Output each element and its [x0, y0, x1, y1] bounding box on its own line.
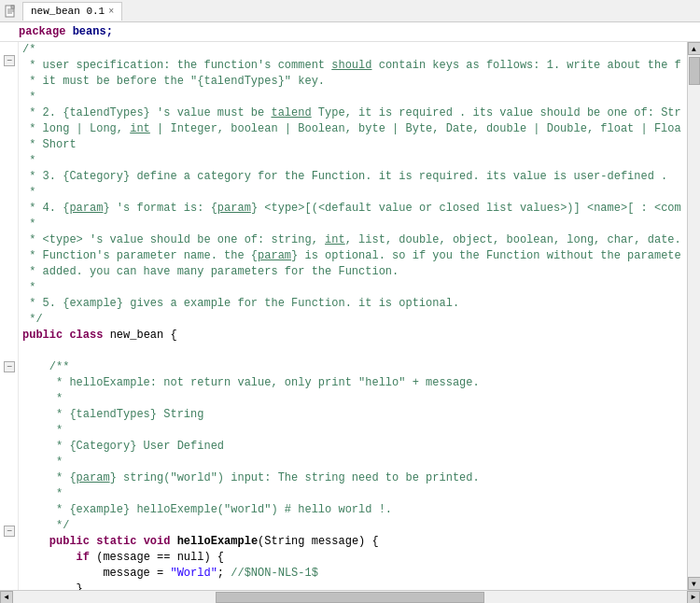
scroll-right-button[interactable]: ► — [687, 591, 700, 604]
line-text: /** — [19, 359, 69, 375]
package-line: package beans; — [0, 22, 700, 42]
code-line: * {talendTypes} String — [19, 407, 687, 423]
line-text: * helloExample: not return value, only p… — [19, 375, 480, 391]
editor-tab[interactable]: new_bean 0.1 × — [22, 2, 122, 21]
code-line: /* — [19, 42, 687, 58]
line-text: public static void helloExample(String m… — [19, 534, 379, 550]
line-text: * — [19, 455, 63, 470]
code-line: * — [19, 423, 687, 439]
code-line: * added. you can have many parameters fo… — [19, 264, 687, 280]
line-text: * user specification: the function's com… — [19, 58, 681, 74]
line-text: * {example} helloExemple("world") # hell… — [19, 502, 392, 518]
scroll-thumb[interactable] — [689, 57, 700, 85]
line-text: message = "World"; //$NON-NLS-1$ — [19, 566, 318, 582]
code-line: */ — [19, 312, 687, 328]
code-line: * it must be before the "{talendTypes}" … — [19, 74, 687, 90]
line-text: * it must be before the "{talendTypes}" … — [19, 74, 325, 90]
code-line: * — [19, 90, 687, 105]
line-text: * — [19, 185, 35, 201]
code-line: * 5. {example} gives a example for the F… — [19, 296, 687, 312]
code-area: − − − /* * user specification: the funct… — [0, 42, 700, 590]
code-line: } — [19, 582, 687, 590]
line-text: * 2. {talendTypes} 's value must be tale… — [19, 105, 681, 121]
scroll-down-button[interactable]: ▼ — [688, 577, 701, 590]
line-text: * Function's parameter name. the {param}… — [19, 248, 681, 264]
code-line: * user specification: the function's com… — [19, 58, 687, 74]
scroll-track[interactable] — [689, 55, 700, 577]
code-line: /** — [19, 359, 687, 375]
line-text: * 3. {Category} define a category for th… — [19, 169, 667, 185]
vertical-scrollbar[interactable]: ▲ ▼ — [687, 42, 700, 590]
line-text: * — [19, 423, 63, 439]
code-line: * {Category} User Defined — [19, 439, 687, 455]
line-text: * — [19, 486, 63, 502]
scroll-up-button[interactable]: ▲ — [688, 42, 701, 55]
code-line: * — [19, 185, 687, 201]
line-text: * — [19, 90, 35, 105]
code-line: if (message == null) { — [19, 550, 687, 566]
code-line: * 4. {param} 's format is: {param} <type… — [19, 201, 687, 217]
code-line: * Short — [19, 137, 687, 153]
svg-rect-1 — [11, 6, 14, 8]
line-text: * <type> 's value should be one of: stri… — [19, 232, 681, 248]
line-text: * — [19, 217, 35, 232]
code-line: * long | Long, int | Integer, boolean | … — [19, 121, 687, 137]
code-line: * <type> 's value should be one of: stri… — [19, 232, 687, 248]
code-lines: /* * user specification: the function's … — [19, 42, 687, 590]
collapse-if-button[interactable]: − — [4, 526, 15, 537]
line-text: if (message == null) { — [19, 550, 224, 566]
code-line: * 2. {talendTypes} 's value must be tale… — [19, 105, 687, 121]
code-line: * — [19, 391, 687, 407]
title-bar: new_bean 0.1 × — [0, 0, 700, 22]
horizontal-scrollbar[interactable]: ◄ ► — [0, 590, 700, 603]
file-icon — [4, 4, 19, 19]
tab-label: new_bean 0.1 — [31, 6, 105, 17]
editor-container: package beans; − − − /* * user specifica… — [0, 22, 700, 603]
line-text: * long | Long, int | Integer, boolean | … — [19, 121, 681, 137]
code-line: public class new_bean { — [19, 328, 687, 344]
code-line: * — [19, 153, 687, 169]
line-text: * — [19, 280, 35, 296]
code-line: message = "World"; //$NON-NLS-1$ — [19, 566, 687, 582]
code-line: * {param} string("world") input: The str… — [19, 470, 687, 486]
package-name: beans; — [73, 25, 113, 38]
line-text: * — [19, 153, 35, 169]
line-text: * {talendTypes} String — [19, 407, 203, 423]
line-text: * — [19, 391, 63, 407]
code-line: */ — [19, 518, 687, 534]
line-text: * 4. {param} 's format is: {param} <type… — [19, 201, 681, 217]
code-line: public static void helloExample(String m… — [19, 534, 687, 550]
scroll-thumb-h[interactable] — [216, 592, 485, 603]
line-text: /* — [19, 42, 35, 58]
line-text: * {param} string("world") input: The str… — [19, 470, 480, 486]
line-text: */ — [19, 312, 43, 328]
code-line: * — [19, 455, 687, 470]
line-text — [19, 344, 29, 359]
code-line: * — [19, 280, 687, 296]
collapse-javadoc-button[interactable]: − — [4, 361, 15, 372]
code-line: * Function's parameter name. the {param}… — [19, 248, 687, 264]
collapse-comment-button[interactable]: − — [4, 55, 15, 66]
scroll-track-h[interactable] — [13, 592, 687, 603]
code-line: * helloExample: not return value, only p… — [19, 375, 687, 391]
code-line: * 3. {Category} define a category for th… — [19, 169, 687, 185]
gutter: − − − — [0, 42, 19, 590]
code-line: * — [19, 486, 687, 502]
line-text: * added. you can have many parameters fo… — [19, 264, 399, 280]
code-content[interactable]: /* * user specification: the function's … — [19, 42, 687, 590]
line-text: */ — [19, 518, 69, 534]
line-text: * {Category} User Defined — [19, 439, 224, 455]
line-text: * 5. {example} gives a example for the F… — [19, 296, 459, 312]
tab-close-button[interactable]: × — [108, 7, 114, 17]
code-line — [19, 344, 687, 359]
code-line: * {example} helloExemple("world") # hell… — [19, 502, 687, 518]
package-keyword: package — [19, 25, 65, 38]
line-text: * Short — [19, 137, 77, 153]
line-text: public class new_bean { — [19, 328, 177, 344]
scroll-left-button[interactable]: ◄ — [0, 591, 13, 604]
code-line: * — [19, 217, 687, 232]
line-text: } — [19, 582, 83, 590]
